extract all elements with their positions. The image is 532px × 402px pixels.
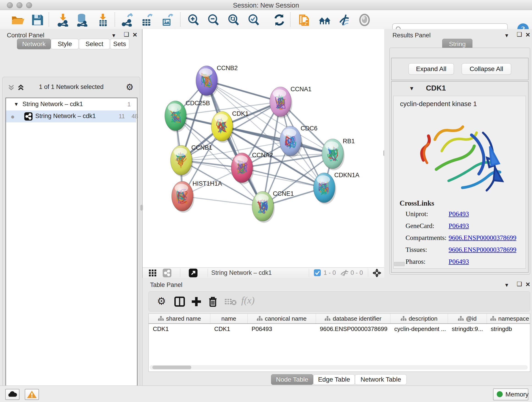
network-view-toolbar: String Network – cdk1 1 - 0 0 - 0 <box>142 268 385 278</box>
network-node-CDC25B[interactable]: CDC25B <box>165 100 210 132</box>
export-image-icon[interactable] <box>160 13 174 27</box>
network-collection-row[interactable]: ▼ String Network – cdk1 1 <box>6 99 136 110</box>
close-panel-icon[interactable]: ✕ <box>133 32 138 38</box>
column-header-id[interactable]: @id <box>448 314 487 323</box>
float-panel-icon[interactable]: ❑ <box>517 31 522 38</box>
network-options-gear-icon[interactable]: ⚙ <box>126 82 133 92</box>
column-header-namespace[interactable]: namespace <box>487 314 530 323</box>
network-list: ▼ String Network – cdk1 1 ● String Netwo… <box>6 98 138 402</box>
string-results-content: Expand All Collapse All ▼ CDK1 cyclin-de… <box>389 48 530 274</box>
delete-column-icon[interactable] <box>208 296 218 307</box>
home-icon[interactable] <box>318 13 331 27</box>
save-session-icon[interactable] <box>31 13 44 27</box>
crosslink-value-link[interactable]: P06493 <box>449 258 469 265</box>
network-node-CCNB2[interactable]: CCNB2 <box>196 65 238 97</box>
network-node-CDKN1A[interactable]: CDKN1A <box>313 172 360 204</box>
cell-sharedname[interactable]: CDK1 <box>149 324 210 333</box>
tab-network[interactable]: Network <box>17 39 51 49</box>
fit-content-icon[interactable] <box>227 13 240 27</box>
crosslink-value-link[interactable]: 9606.ENSP00000378699 <box>449 234 516 242</box>
column-header-databaseidentifier[interactable]: database identifier <box>316 314 390 323</box>
column-header-name[interactable]: name <box>210 314 248 323</box>
network-edge[interactable] <box>207 81 263 206</box>
zoom-in-icon[interactable] <box>187 13 200 27</box>
network-row-selected[interactable]: ● String Network – cdk1 11 48 <box>6 110 136 122</box>
column-header-canonicalname[interactable]: canonical name <box>247 314 316 323</box>
open-session-icon[interactable] <box>11 13 24 27</box>
table-options-gear-icon[interactable]: ⚙ <box>157 295 166 307</box>
birds-eye-view-icon[interactable] <box>372 268 382 278</box>
scrollbar-thumb[interactable] <box>152 366 191 369</box>
network-node-CCNE1[interactable]: CCNE1 <box>252 190 294 223</box>
column-header-description[interactable]: description <box>390 314 448 323</box>
tab-edge-table[interactable]: Edge Table <box>313 374 355 385</box>
tab-node-table[interactable]: Node Table <box>271 374 313 385</box>
import-network-database-icon[interactable] <box>76 13 89 27</box>
title-bar: Session: New Session <box>0 0 532 10</box>
network-node-CDK1[interactable]: CDK1 <box>211 110 249 143</box>
clone-network-icon[interactable] <box>298 13 311 27</box>
node-label-CCNE1: CCNE1 <box>273 190 294 197</box>
cell-databaseidentifier[interactable]: 9606.ENSP00000378699 <box>316 324 390 333</box>
tab-network-table[interactable]: Network Table <box>355 374 407 385</box>
network-node-CCNB1[interactable]: CCNB1 <box>171 144 212 177</box>
export-network-icon[interactable] <box>121 13 134 27</box>
close-panel-icon[interactable]: ✕ <box>525 32 530 38</box>
collapse-panel-icon[interactable]: ▾ <box>505 281 508 288</box>
table-horizontal-scrollbar[interactable] <box>150 365 528 370</box>
delete-table-icon[interactable] <box>224 298 237 306</box>
network-node-CCNA1[interactable]: CCNA1 <box>270 86 312 118</box>
import-table-file-icon[interactable] <box>96 13 109 27</box>
crosslink-value-link[interactable]: P06493 <box>449 210 469 218</box>
expand-all-button[interactable]: Expand All <box>409 63 454 75</box>
protein-expander-triangle-icon[interactable]: ▼ <box>409 85 414 92</box>
import-network-file-icon[interactable] <box>56 13 70 27</box>
zoom-selected-icon[interactable] <box>247 13 260 27</box>
string-view-icon[interactable] <box>163 269 171 277</box>
view-indicator-dot-icon: ● <box>11 113 15 121</box>
float-panel-icon[interactable]: ❑ <box>517 281 522 288</box>
network-node-CDC6[interactable]: CDC6 <box>280 125 317 157</box>
export-table-icon[interactable] <box>140 13 153 27</box>
column-header-sharedname[interactable]: shared name <box>149 314 210 323</box>
tab-sets[interactable]: Sets <box>110 39 129 49</box>
network-canvas[interactable]: CCNB2CCNA1CDC25BCDK1CDC6RB1CCNB1CCNA2CDK… <box>142 29 385 268</box>
float-panel-icon[interactable]: ❑ <box>124 31 129 38</box>
tab-select[interactable]: Select <box>79 39 110 49</box>
hide-selected-eye-icon[interactable] <box>338 13 351 27</box>
zoom-out-icon[interactable] <box>207 13 220 27</box>
column-type-icon <box>490 316 496 321</box>
graphics-detail-icon[interactable] <box>358 13 371 27</box>
network-node-RB1[interactable]: RB1 <box>322 138 355 170</box>
horizontal-scrollbar[interactable] <box>394 262 405 266</box>
cell-canonicalname[interactable]: P06493 <box>247 324 316 333</box>
tab-style[interactable]: Style <box>51 39 79 49</box>
detach-view-icon[interactable] <box>189 269 197 277</box>
automation-cloud-button[interactable] <box>5 389 19 400</box>
collapse-all-button[interactable]: Collapse All <box>462 63 511 75</box>
crosslink-value-link[interactable]: P06493 <box>449 222 469 230</box>
cell-name[interactable]: CDK1 <box>210 324 247 333</box>
network-edge[interactable] <box>182 196 263 206</box>
refresh-view-icon[interactable] <box>273 13 286 27</box>
expander-triangle-icon[interactable]: ▼ <box>14 101 19 107</box>
function-builder-icon[interactable]: f(x) <box>241 295 254 306</box>
collapse-panel-icon[interactable]: ▾ <box>112 32 115 39</box>
cell-description[interactable]: cyclin-dependent ... <box>390 324 448 333</box>
add-column-icon[interactable] <box>191 297 201 307</box>
show-columns-icon[interactable] <box>174 297 185 307</box>
close-panel-icon[interactable]: ✕ <box>525 281 530 288</box>
collapse-panel-icon[interactable]: ▾ <box>505 32 508 39</box>
column-label: namespace <box>498 315 529 322</box>
grid-view-icon[interactable] <box>148 269 158 277</box>
memory-button[interactable]: Memory <box>493 389 528 400</box>
hidden-eye-icon[interactable] <box>340 269 349 276</box>
cell-id[interactable]: stringdb:9... <box>448 324 487 333</box>
network-graph[interactable]: CCNB2CCNA1CDC25BCDK1CDC6RB1CCNB1CCNA2CDK… <box>143 29 384 268</box>
cell-namespace[interactable]: stringdb <box>487 324 530 333</box>
selected-checkbox-icon[interactable] <box>314 269 321 276</box>
warnings-button[interactable] <box>25 389 39 400</box>
left-splitter-handle[interactable] <box>140 205 143 211</box>
crosslink-value-link[interactable]: 9606.ENSP00000378699 <box>449 246 516 254</box>
network-node-HIST1H1A[interactable]: HIST1H1A <box>172 180 222 213</box>
